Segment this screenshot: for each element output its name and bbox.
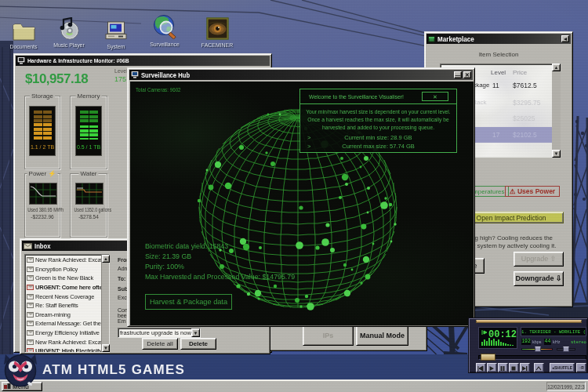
svg-text:00:12: 00:12 bbox=[488, 329, 517, 340]
